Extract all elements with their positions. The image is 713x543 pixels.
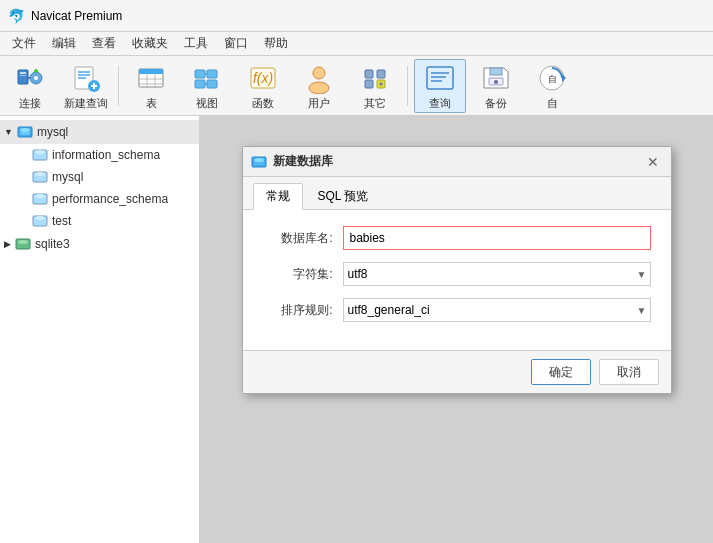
toolbar-auto-label: 自 (547, 96, 558, 111)
svg-rect-1 (20, 72, 26, 74)
main-area: ▼ mysql information_schema mysq (0, 116, 713, 543)
sidebar-item-mysql[interactable]: mysql (0, 166, 199, 188)
toolbar-newquery-label: 新建查询 (64, 96, 108, 111)
sidebar-item-information-schema[interactable]: information_schema (0, 144, 199, 166)
charset-label: 字符集: (263, 266, 343, 283)
form-row-charset: 字符集: utf8 utf8mb4 latin1 ▼ (263, 262, 651, 286)
toolbar-newquery-btn[interactable]: 新建查询 (60, 59, 112, 113)
tree-arrow-right: ▶ (4, 239, 11, 249)
svg-rect-22 (195, 80, 205, 88)
auto-icon: 自 (536, 62, 568, 94)
toolbar-query2-label: 查询 (429, 96, 451, 111)
sidebar-sqlite3[interactable]: ▶ sqlite3 (0, 232, 199, 256)
sqlite-conn-icon (15, 236, 31, 252)
svg-point-30 (309, 82, 329, 94)
svg-point-59 (18, 240, 28, 244)
toolbar-connect-btn[interactable]: 连接 (4, 59, 56, 113)
svg-text:f(x): f(x) (253, 70, 273, 86)
svg-text:自: 自 (548, 74, 557, 84)
sidebar-item-label: mysql (52, 170, 83, 184)
db-icon (32, 191, 48, 207)
new-database-dialog: 新建数据库 ✕ 常规 SQL 预览 数据库名: (242, 146, 672, 394)
svg-rect-31 (365, 70, 373, 78)
app-logo: 🐬 (8, 8, 25, 24)
toolbar-function-btn[interactable]: f(x) 函数 (237, 59, 289, 113)
dialog-tab-general[interactable]: 常规 (253, 183, 303, 210)
content-area: 新建数据库 ✕ 常规 SQL 预览 数据库名: (200, 116, 713, 543)
toolbar-backup-label: 备份 (485, 96, 507, 111)
menu-favorites[interactable]: 收藏夹 (124, 33, 176, 54)
dialog-tabs: 常规 SQL 预览 (243, 177, 671, 210)
menubar: 文件 编辑 查看 收藏夹 工具 窗口 帮助 (0, 32, 713, 56)
modal-overlay: 新建数据库 ✕ 常规 SQL 预览 数据库名: (200, 116, 713, 543)
menu-window[interactable]: 窗口 (216, 33, 256, 54)
connect-icon (14, 62, 46, 94)
sidebar-item-label: test (52, 214, 71, 228)
menu-help[interactable]: 帮助 (256, 33, 296, 54)
sidebar-item-performance-schema[interactable]: performance_schema (0, 188, 199, 210)
db-icon (32, 147, 48, 163)
app-title: Navicat Premium (31, 9, 122, 23)
dialog-footer: 确定 取消 (243, 350, 671, 393)
dialog-close-button[interactable]: ✕ (643, 152, 663, 172)
function-icon: f(x) (247, 62, 279, 94)
collation-label: 排序规则: (263, 302, 343, 319)
charset-select-wrapper: utf8 utf8mb4 latin1 ▼ (343, 262, 651, 286)
collation-select[interactable]: utf8_general_ci utf8_unicode_ci utf8_bin (343, 298, 651, 322)
toolbar-query2-btn[interactable]: 查询 (414, 59, 466, 113)
svg-point-29 (313, 67, 325, 79)
dbname-label: 数据库名: (263, 230, 343, 247)
toolbar-table-btn[interactable]: 表 (125, 59, 177, 113)
toolbar-other-btn[interactable]: 其它 (349, 59, 401, 113)
charset-select[interactable]: utf8 utf8mb4 latin1 (343, 262, 651, 286)
query2-icon (424, 62, 456, 94)
toolbar-backup-btn[interactable]: 备份 (470, 59, 522, 113)
toolbar-view-btn[interactable]: 视图 (181, 59, 233, 113)
menu-edit[interactable]: 编辑 (44, 33, 84, 54)
svg-rect-41 (490, 68, 502, 75)
svg-point-55 (35, 194, 45, 198)
svg-rect-2 (20, 75, 26, 76)
titlebar: 🐬 Navicat Premium (0, 0, 713, 32)
sidebar-item-label: performance_schema (52, 192, 168, 206)
sidebar-sqlite3-label: sqlite3 (35, 237, 70, 251)
toolbar: 连接 新建查询 (0, 56, 713, 116)
newquery-icon (70, 62, 102, 94)
svg-point-57 (35, 216, 45, 220)
toolbar-sep1 (118, 66, 119, 106)
svg-rect-37 (427, 67, 453, 89)
svg-point-61 (254, 158, 264, 162)
svg-point-51 (35, 150, 45, 154)
menu-view[interactable]: 查看 (84, 33, 124, 54)
form-row-dbname: 数据库名: (263, 226, 651, 250)
dialog-titlebar: 新建数据库 ✕ (243, 147, 671, 177)
svg-point-43 (494, 80, 498, 84)
cancel-button[interactable]: 取消 (599, 359, 659, 385)
svg-point-49 (20, 131, 30, 135)
db-icon (32, 169, 48, 185)
menu-file[interactable]: 文件 (4, 33, 44, 54)
table-icon (135, 62, 167, 94)
toolbar-table-label: 表 (146, 96, 157, 111)
toolbar-user-label: 用户 (308, 96, 330, 111)
view-icon (191, 62, 223, 94)
form-row-collation: 排序规则: utf8_general_ci utf8_unicode_ci ut… (263, 298, 651, 322)
toolbar-auto-btn[interactable]: 自 自 (526, 59, 578, 113)
svg-point-53 (35, 172, 45, 176)
dbname-input[interactable] (343, 226, 651, 250)
sidebar: ▼ mysql information_schema mysq (0, 116, 200, 543)
svg-rect-16 (139, 69, 163, 74)
toolbar-other-label: 其它 (364, 96, 386, 111)
collation-select-wrapper: utf8_general_ci utf8_unicode_ci utf8_bin… (343, 298, 651, 322)
svg-rect-23 (207, 70, 217, 78)
dialog-tab-sql[interactable]: SQL 预览 (305, 183, 382, 209)
dialog-title-text: 新建数据库 (273, 153, 643, 170)
svg-rect-32 (377, 70, 385, 78)
svg-rect-24 (207, 80, 217, 88)
sidebar-root-mysql[interactable]: ▼ mysql (0, 120, 199, 144)
sidebar-item-test[interactable]: test (0, 210, 199, 232)
confirm-button[interactable]: 确定 (531, 359, 591, 385)
toolbar-user-btn[interactable]: 用户 (293, 59, 345, 113)
dialog-body: 数据库名: 字符集: utf8 utf8mb4 latin1 ▼ (243, 210, 671, 350)
menu-tools[interactable]: 工具 (176, 33, 216, 54)
